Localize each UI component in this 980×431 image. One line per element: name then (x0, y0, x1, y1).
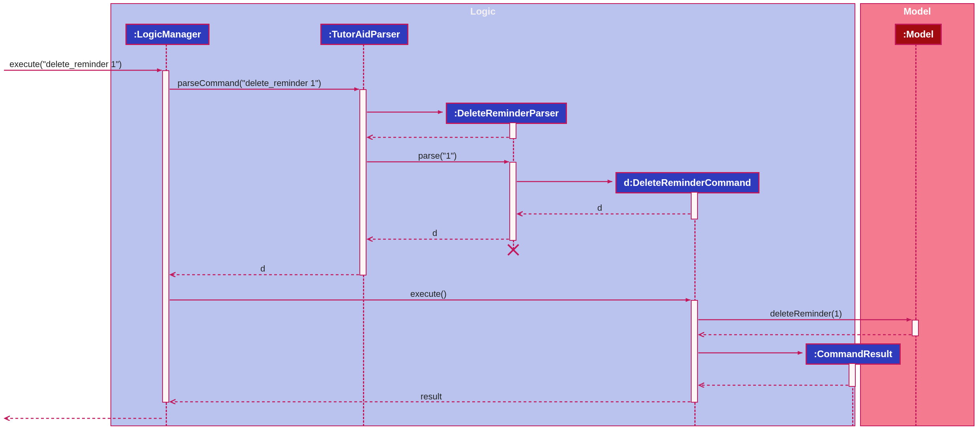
activation-delete-reminder-command-2 (691, 300, 698, 403)
activation-delete-reminder-command-1 (691, 192, 698, 219)
activation-delete-reminder-parser-2 (509, 162, 516, 241)
msg-return-d-1: d (597, 203, 602, 213)
participant-model: :Model (895, 24, 942, 45)
participant-command-result: :CommandResult (806, 343, 901, 365)
activation-logic-manager (162, 70, 169, 403)
participant-tutor-aid-parser: :TutorAidParser (320, 24, 408, 45)
participant-delete-reminder-command: d:DeleteReminderCommand (615, 172, 759, 193)
activation-delete-reminder-parser-1 (509, 122, 516, 139)
msg-delete-reminder: deleteReminder(1) (770, 309, 842, 319)
msg-parse-command: parseCommand("delete_reminder 1") (178, 78, 321, 88)
activation-command-result (849, 363, 856, 387)
logic-frame: Logic (110, 3, 855, 426)
msg-return-d-2: d (432, 228, 437, 238)
activation-model (912, 320, 919, 336)
logic-frame-title: Logic (466, 4, 499, 19)
msg-execute: execute("delete_reminder 1") (9, 59, 122, 69)
destroy-icon (506, 242, 521, 257)
msg-return-d-3: d (260, 264, 265, 274)
lifeline-model (915, 44, 916, 426)
activation-tutor-aid-parser (359, 89, 367, 275)
msg-execute-2: execute() (410, 289, 447, 299)
msg-parse: parse("1") (418, 151, 457, 161)
participant-delete-reminder-parser: :DeleteReminderParser (446, 103, 567, 124)
msg-result: result (421, 392, 442, 402)
model-frame-title: Model (900, 4, 935, 19)
participant-logic-manager: :LogicManager (125, 24, 209, 45)
